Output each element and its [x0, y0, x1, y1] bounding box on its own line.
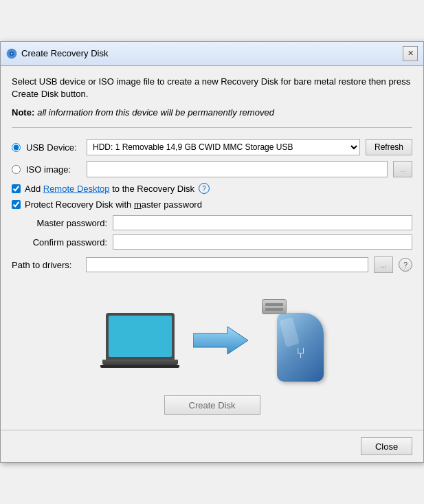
drivers-row: Path to drivers: ... ?	[12, 256, 412, 273]
protect-password-row: Protect Recovery Disk with master passwo…	[12, 199, 412, 210]
remote-desktop-label: Add Remote Desktop to the Recovery Disk	[25, 184, 194, 194]
svg-marker-3	[193, 327, 248, 354]
usb-symbol: ⑂	[296, 344, 305, 362]
laptop-base	[102, 360, 178, 365]
usb-device-label: USB Device:	[26, 142, 81, 153]
usb-plug-slot1	[265, 303, 283, 306]
dialog-title: Create Recovery Disk	[21, 48, 108, 58]
arrow-icon	[193, 323, 248, 358]
laptop-screen-inner	[109, 316, 172, 357]
illustration-area: ⑂	[12, 285, 412, 395]
usb-body: ⑂	[277, 313, 324, 382]
dialog-window: Create Recovery Disk ✕ Select USB device…	[0, 41, 424, 463]
note-text: all information from this device will be…	[37, 107, 274, 118]
remote-desktop-help-icon[interactable]: ?	[199, 183, 210, 194]
iso-browse-button[interactable]: ...	[393, 161, 412, 177]
note-label: Note:	[12, 107, 34, 118]
remote-desktop-link[interactable]: Remote Desktop	[43, 184, 110, 194]
rd-label-after: to the Recovery Disk	[110, 184, 195, 194]
close-dialog-button[interactable]: Close	[361, 437, 412, 455]
note-line: Note: all information from this device w…	[12, 107, 412, 118]
refresh-button[interactable]: Refresh	[366, 139, 412, 155]
disk-icon	[6, 48, 17, 59]
usb-plug	[262, 299, 287, 314]
protect-password-label: Protect Recovery Disk with master passwo…	[25, 199, 202, 210]
usb-device-select[interactable]: HDD: 1 Removable 14,9 GB CWID MMC Storag…	[87, 139, 360, 155]
drivers-help-icon[interactable]: ?	[399, 258, 412, 272]
master-underline: m	[134, 199, 142, 210]
svg-point-2	[11, 53, 12, 54]
create-disk-button[interactable]: Create Disk	[164, 395, 260, 415]
rd-label-before: Add	[25, 184, 43, 194]
confirm-password-row: Confirm password:	[28, 234, 412, 250]
window-close-button[interactable]: ✕	[403, 46, 418, 61]
confirm-password-input[interactable]	[113, 234, 412, 250]
laptop-foot	[100, 365, 179, 368]
remote-desktop-row: Add Remote Desktop to the Recovery Disk …	[12, 183, 412, 194]
iso-path-input[interactable]	[87, 161, 388, 177]
remote-desktop-checkbox[interactable]	[12, 184, 21, 193]
laptop-screen-outer	[106, 313, 175, 360]
master-password-label: Master password:	[28, 218, 107, 228]
dialog-content: Select USB device or ISO image file to c…	[1, 66, 423, 424]
title-bar: Create Recovery Disk ✕	[1, 42, 423, 66]
title-bar-left: Create Recovery Disk	[6, 48, 108, 59]
usb-plug-slot2	[265, 308, 283, 311]
form-section: USB Device: HDD: 1 Removable 14,9 GB CWI…	[12, 133, 412, 285]
drivers-browse-button[interactable]: ...	[374, 256, 393, 273]
drivers-label: Path to drivers:	[12, 260, 80, 270]
iso-image-row: ISO image: ...	[12, 161, 412, 177]
iso-radio[interactable]	[12, 165, 21, 174]
bottom-bar: Close	[1, 430, 423, 462]
master-password-input[interactable]	[113, 215, 412, 230]
usb-drive-icon: ⑂	[262, 299, 324, 382]
protect-password-checkbox[interactable]	[12, 200, 21, 209]
usb-radio[interactable]	[12, 143, 21, 152]
iso-image-label: ISO image:	[26, 164, 81, 175]
usb-highlight	[279, 317, 300, 347]
confirm-password-label: Confirm password:	[28, 237, 107, 248]
drivers-path-input[interactable]	[86, 257, 368, 272]
separator-top	[12, 127, 412, 128]
laptop-icon	[100, 313, 179, 368]
master-password-row: Master password:	[28, 215, 412, 230]
password-section: Master password: Confirm password:	[28, 215, 412, 250]
usb-device-row: USB Device: HDD: 1 Removable 14,9 GB CWI…	[12, 139, 412, 155]
intro-text: Select USB device or ISO image file to c…	[12, 76, 412, 100]
